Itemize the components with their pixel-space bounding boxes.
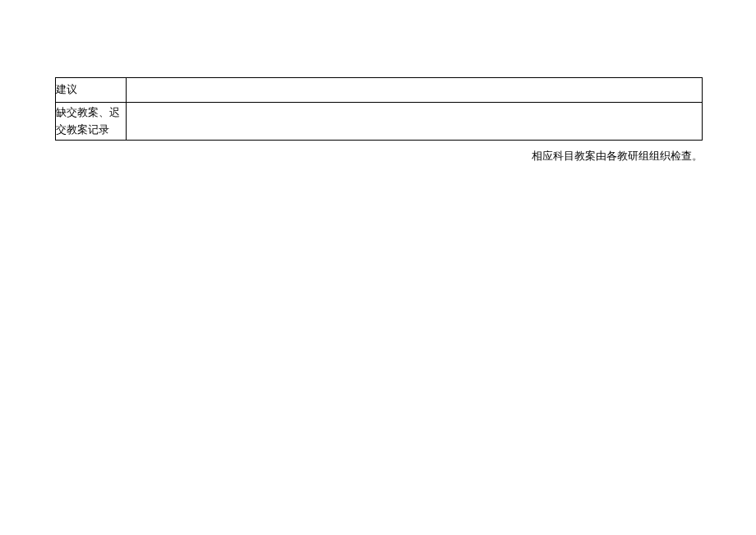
row-label-missing-record: 缺交教案、迟交教案记录 (56, 103, 127, 141)
footer-note: 相应科目教案由各教研组组织检查。 (55, 141, 703, 164)
table-row: 缺交教案、迟交教案记录 (56, 103, 703, 141)
row-label-suggestion: 建议 (56, 78, 127, 103)
page-container: 建议 缺交教案、迟交教案记录 相应科目教案由各教研组组织检查。 (0, 0, 756, 164)
record-table: 建议 缺交教案、迟交教案记录 (55, 77, 703, 141)
row-content-suggestion (127, 78, 703, 103)
row-content-missing-record (127, 103, 703, 141)
table-row: 建议 (56, 78, 703, 103)
